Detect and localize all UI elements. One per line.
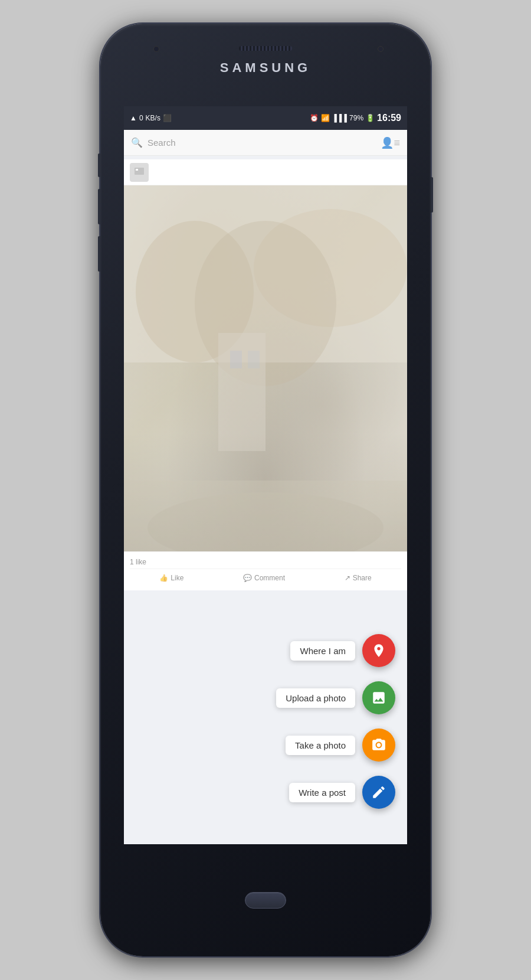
home-button[interactable] [245, 892, 286, 909]
power-button[interactable] [431, 177, 433, 213]
kb-value: 0 [139, 114, 143, 122]
front-sensor [153, 46, 159, 52]
front-camera [378, 46, 384, 52]
write-post-item: Write a post [289, 776, 395, 809]
upload-photo-item: Upload a photo [276, 681, 395, 714]
status-left: ▲ 0 KB/s ⬛ [130, 114, 172, 122]
write-post-label: Write a post [289, 783, 355, 802]
phone-screen: ▲ 0 KB/s ⬛ ⏰ 📶 ▐▐▐ 79% 🔋 16:59 🔍 👤≡ [124, 106, 407, 844]
kb-unit: KB/s [146, 114, 160, 122]
take-photo-button[interactable] [362, 729, 395, 762]
upload-photo-button[interactable] [362, 681, 395, 714]
network-upload-icon: ▲ [130, 114, 137, 122]
brand-logo: SAMSUNG [220, 60, 311, 76]
alarm-icon: ⏰ [310, 114, 319, 122]
volume-down-button[interactable] [98, 189, 100, 224]
upload-photo-label: Upload a photo [276, 688, 355, 708]
screenshot-icon: ⬛ [163, 114, 172, 122]
signal-icon: ▐▐▐ [332, 114, 348, 122]
fab-menu: Where I am Upload a photo [276, 634, 395, 809]
edit-icon [371, 785, 386, 800]
camera-icon [371, 737, 386, 753]
status-time: 16:59 [377, 113, 401, 123]
take-photo-item: Take a photo [286, 729, 395, 762]
battery-percentage: 79% [349, 114, 363, 122]
photo-upload-icon [371, 690, 386, 705]
where-i-am-label: Where I am [290, 641, 355, 661]
status-right: ⏰ 📶 ▐▐▐ 79% 🔋 16:59 [310, 113, 401, 123]
status-bar: ▲ 0 KB/s ⬛ ⏰ 📶 ▐▐▐ 79% 🔋 16:59 [124, 106, 407, 130]
wifi-icon: 📶 [321, 114, 330, 122]
battery-icon: 🔋 [366, 114, 375, 122]
mute-button[interactable] [98, 236, 100, 272]
bottom-bezel [245, 844, 286, 956]
where-i-am-item: Where I am [290, 634, 395, 667]
volume-up-button[interactable] [98, 153, 100, 177]
phone-device: SAMSUNG ▲ 0 KB/s ⬛ ⏰ 📶 ▐▐▐ 79% 🔋 16:59 [100, 24, 431, 956]
app-content: 🔍 👤≡ [124, 130, 407, 844]
take-photo-label: Take a photo [286, 736, 355, 755]
location-icon [371, 643, 386, 658]
top-bezel: SAMSUNG [100, 24, 431, 106]
write-post-button[interactable] [362, 776, 395, 809]
speaker-grille [239, 46, 292, 51]
where-i-am-button[interactable] [362, 634, 395, 667]
